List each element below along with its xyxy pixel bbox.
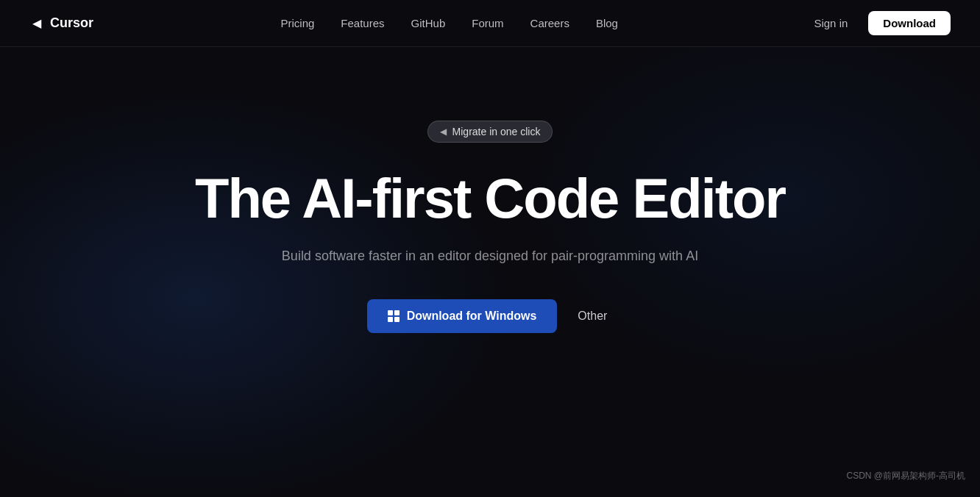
nav-link-careers[interactable]: Careers [530,17,569,29]
logo-text: Cursor [50,15,93,31]
nav-link-forum[interactable]: Forum [472,17,503,29]
migrate-badge-icon: ◀ [440,126,447,137]
nav-download-button[interactable]: Download [868,11,951,35]
cursor-logo-icon: ◀ [29,16,44,31]
nav-link-pricing[interactable]: Pricing [280,17,314,29]
hero-subtitle: Build software faster in an editor desig… [282,246,698,267]
hero-actions: Download for Windows Other [367,299,614,333]
sign-in-button[interactable]: Sign in [805,12,856,34]
migrate-badge-text: Migrate in one click [452,126,541,137]
nav-link-github[interactable]: GitHub [411,17,446,29]
nav-links: Pricing Features GitHub Forum Careers Bl… [280,17,617,29]
migrate-badge[interactable]: ◀ Migrate in one click [427,121,553,143]
hero-section: ◀ Migrate in one click The AI-first Code… [0,47,980,333]
windows-icon [388,310,400,322]
nav-link-features[interactable]: Features [341,17,384,29]
nav-link-blog[interactable]: Blog [596,17,618,29]
hero-title: The AI-first Code Editor [195,169,785,228]
download-windows-label: Download for Windows [407,310,537,323]
watermark: CSDN @前网易架构师-高司机 [846,470,965,482]
nav-actions: Sign in Download [805,11,951,35]
logo[interactable]: ◀ Cursor [29,15,93,31]
other-button[interactable]: Other [572,299,613,333]
download-windows-button[interactable]: Download for Windows [367,299,558,333]
navbar: ◀ Cursor Pricing Features GitHub Forum C… [0,0,980,47]
